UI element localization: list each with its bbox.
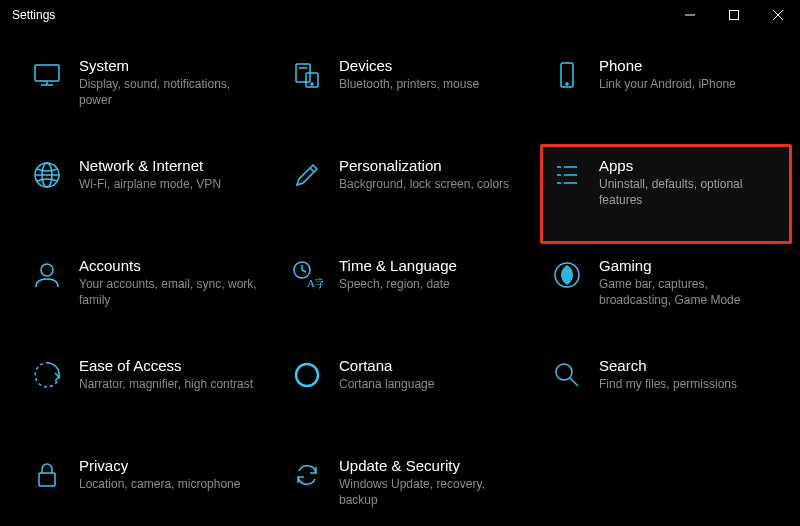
svg-point-29 bbox=[296, 364, 318, 386]
tile-title: Privacy bbox=[79, 457, 240, 474]
svg-line-26 bbox=[302, 270, 306, 272]
accounts-icon bbox=[29, 257, 65, 293]
tile-ease[interactable]: Ease of Access Narrator, magnifier, high… bbox=[20, 344, 272, 444]
tile-sub: Wi-Fi, airplane mode, VPN bbox=[79, 176, 221, 192]
maximize-button[interactable] bbox=[712, 0, 756, 30]
tile-sub: Location, camera, microphone bbox=[79, 476, 240, 492]
svg-point-23 bbox=[41, 264, 53, 276]
tile-sub: Link your Android, iPhone bbox=[599, 76, 736, 92]
tile-title: Personalization bbox=[339, 157, 509, 174]
devices-icon bbox=[289, 57, 325, 93]
window-controls bbox=[668, 0, 800, 30]
tile-title: System bbox=[79, 57, 263, 74]
tile-sub: Speech, region, date bbox=[339, 276, 457, 292]
tile-title: Apps bbox=[599, 157, 783, 174]
tile-update[interactable]: Update & Security Windows Update, recove… bbox=[280, 444, 532, 526]
tile-sub: Find my files, permissions bbox=[599, 376, 737, 392]
tile-sub: Cortana language bbox=[339, 376, 434, 392]
svg-rect-4 bbox=[35, 65, 59, 81]
tile-title: Update & Security bbox=[339, 457, 523, 474]
tile-sub: Uninstall, defaults, optional features bbox=[599, 176, 783, 208]
tile-accounts[interactable]: Accounts Your accounts, email, sync, wor… bbox=[20, 244, 272, 344]
personalization-icon bbox=[289, 157, 325, 193]
tile-title: Search bbox=[599, 357, 737, 374]
tile-system[interactable]: System Display, sound, notifications, po… bbox=[20, 44, 272, 144]
tile-sub: Your accounts, email, sync, work, family bbox=[79, 276, 263, 308]
tile-title: Devices bbox=[339, 57, 479, 74]
svg-point-30 bbox=[556, 364, 572, 380]
tile-devices[interactable]: Devices Bluetooth, printers, mouse bbox=[280, 44, 532, 144]
ease-of-access-icon bbox=[29, 357, 65, 393]
tile-sub: Narrator, magnifier, high contrast bbox=[79, 376, 253, 392]
settings-grid: System Display, sound, notifications, po… bbox=[0, 30, 800, 526]
phone-icon bbox=[549, 57, 585, 93]
svg-text:A字: A字 bbox=[307, 277, 323, 289]
tile-apps[interactable]: Apps Uninstall, defaults, optional featu… bbox=[540, 144, 792, 244]
tile-sub: Windows Update, recovery, backup bbox=[339, 476, 523, 508]
tile-phone[interactable]: Phone Link your Android, iPhone bbox=[540, 44, 792, 144]
tile-title: Cortana bbox=[339, 357, 434, 374]
tile-gaming[interactable]: Gaming Game bar, captures, broadcasting,… bbox=[540, 244, 792, 344]
tile-sub: Game bar, captures, broadcasting, Game M… bbox=[599, 276, 783, 308]
svg-point-12 bbox=[566, 83, 568, 85]
svg-line-31 bbox=[570, 378, 578, 386]
tile-title: Phone bbox=[599, 57, 736, 74]
time-language-icon: A字 bbox=[289, 257, 325, 293]
svg-line-16 bbox=[310, 168, 314, 172]
tile-search[interactable]: Search Find my files, permissions bbox=[540, 344, 792, 444]
titlebar: Settings bbox=[0, 0, 800, 30]
tile-title: Gaming bbox=[599, 257, 783, 274]
tile-sub: Display, sound, notifications, power bbox=[79, 76, 263, 108]
tile-sub: Bluetooth, printers, mouse bbox=[339, 76, 479, 92]
window-title: Settings bbox=[12, 8, 55, 22]
close-button[interactable] bbox=[756, 0, 800, 30]
svg-rect-32 bbox=[39, 473, 55, 486]
tile-network[interactable]: Network & Internet Wi-Fi, airplane mode,… bbox=[20, 144, 272, 244]
update-security-icon bbox=[289, 457, 325, 493]
tile-title: Network & Internet bbox=[79, 157, 221, 174]
privacy-icon bbox=[29, 457, 65, 493]
tile-privacy[interactable]: Privacy Location, camera, microphone bbox=[20, 444, 272, 526]
search-icon bbox=[549, 357, 585, 393]
cortana-icon bbox=[289, 357, 325, 393]
tile-title: Time & Language bbox=[339, 257, 457, 274]
svg-rect-1 bbox=[730, 11, 739, 20]
tile-title: Ease of Access bbox=[79, 357, 253, 374]
minimize-button[interactable] bbox=[668, 0, 712, 30]
tile-time[interactable]: A字 Time & Language Speech, region, date bbox=[280, 244, 532, 344]
tile-sub: Background, lock screen, colors bbox=[339, 176, 509, 192]
svg-point-9 bbox=[311, 83, 313, 85]
tile-title: Accounts bbox=[79, 257, 263, 274]
tile-personalization[interactable]: Personalization Background, lock screen,… bbox=[280, 144, 532, 244]
network-icon bbox=[29, 157, 65, 193]
system-icon bbox=[29, 57, 65, 93]
gaming-icon bbox=[549, 257, 585, 293]
tile-cortana[interactable]: Cortana Cortana language bbox=[280, 344, 532, 444]
apps-icon bbox=[549, 157, 585, 193]
